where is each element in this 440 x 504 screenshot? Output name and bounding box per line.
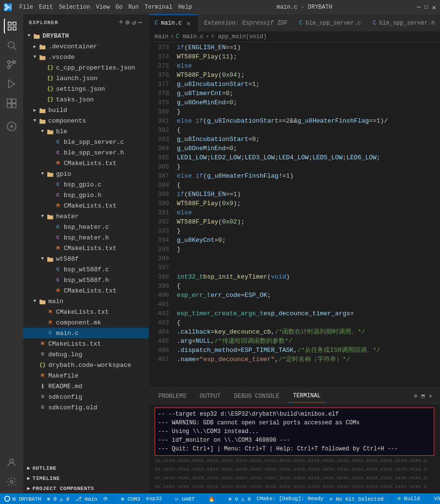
tab-close-main-c[interactable]: ✕: [185, 19, 192, 27]
svg-point-2: [8, 61, 11, 64]
sidebar-item-bsp-gpio-c[interactable]: C bsp_gpio.c: [23, 179, 149, 190]
menu-file[interactable]: File: [19, 4, 33, 11]
sidebar-item-components[interactable]: ▼ components: [23, 115, 149, 126]
status-com3[interactable]: ⊗ COM3: [121, 496, 141, 502]
activity-run-debug[interactable]: [4, 76, 19, 92]
tree-root[interactable]: ▼ DRYBATH: [23, 30, 149, 41]
tab-ble-spp-c[interactable]: C ble_spp_server.c: [293, 14, 367, 31]
menu-help[interactable]: Help: [178, 4, 192, 11]
tab-debug-console[interactable]: DEBUG CONSOLE: [228, 390, 285, 403]
sidebar-item-bsp-gpio-h[interactable]: C bsp_gpio.h: [23, 190, 149, 200]
status-build[interactable]: ≡ Build: [397, 496, 420, 502]
sidebar-item-gpio[interactable]: ▼ gpio: [23, 168, 149, 179]
sidebar-item-workspace[interactable]: {} drybath.code-workspace: [23, 360, 149, 370]
close-button[interactable]: ✕: [432, 3, 436, 12]
code-content[interactable]: if(ENGLISH_EN == 1) WT588F_Play(11); els…: [173, 42, 440, 387]
project-components-section-header[interactable]: ▶ PROJECT COMPONENTS: [23, 483, 149, 493]
activity-espressif[interactable]: [4, 119, 19, 134]
close-panel-icon[interactable]: ✕: [429, 392, 432, 400]
activity-extensions[interactable]: [4, 96, 19, 111]
new-folder-icon[interactable]: ⊕: [126, 18, 130, 27]
sidebar-item-ble-spp-c[interactable]: C ble_spp_server.c: [23, 137, 149, 147]
status-fire[interactable]: 🔥: [208, 496, 215, 502]
maximize-panel-icon[interactable]: ⬒: [422, 392, 425, 400]
tab-problems[interactable]: PROBLEMS: [153, 390, 192, 403]
sidebar-item-bsp-heater-h[interactable]: C bsp_heater.h: [23, 232, 149, 243]
activity-explorer[interactable]: [4, 18, 19, 34]
sidebar-item-readme[interactable]: ℹ README.md: [23, 381, 149, 392]
terminal-line-3: --- idf_monitor on \\.\COM3 460800 ---: [158, 436, 431, 445]
minimize-button[interactable]: ─: [417, 3, 421, 11]
sidebar-item-ble-cmake[interactable]: M CMakeLists.txt: [23, 158, 149, 168]
sidebar-item-bsp-heater-c[interactable]: C bsp_heater.c: [23, 222, 149, 232]
activity-search[interactable]: [4, 38, 19, 53]
status-uart[interactable]: ▷ UART: [175, 496, 195, 502]
sidebar-item-makefile[interactable]: M Makefile: [23, 370, 149, 381]
sidebar-item-gpio-cmake[interactable]: M CMakeLists.txt: [23, 200, 149, 211]
panel-content[interactable]: -- --target esp32 d:\ESP32\drybath\build…: [149, 405, 440, 493]
sidebar-item-ble[interactable]: ▼ ble: [23, 126, 149, 137]
sidebar-item-build[interactable]: ▶ build: [23, 105, 149, 115]
new-file-icon[interactable]: +: [119, 18, 123, 27]
timeline-section-header[interactable]: ▶ TIMELINE: [23, 473, 149, 483]
sidebar-item-devcontainer[interactable]: ▶ .devcontainer: [23, 41, 149, 52]
sidebar-item-root-cmake[interactable]: M CMakeLists.txt: [23, 338, 149, 349]
tab-terminal[interactable]: TERMINAL: [287, 390, 326, 403]
sidebar-item-heater-cmake[interactable]: M CMakeLists.txt: [23, 243, 149, 253]
svg-marker-5: [9, 80, 15, 88]
status-cmake[interactable]: CMake: [Debug]: Ready: [256, 496, 324, 502]
menu-bar: File Edit Selection View Go Run Terminal…: [19, 4, 192, 11]
maximize-button[interactable]: □: [425, 4, 428, 11]
status-remote[interactable]: ⊞ DRYBATH: [4, 495, 41, 502]
status-sync[interactable]: ⟳: [103, 496, 108, 502]
status-bar: ⊞ DRYBATH ⊗ 0 △ 0 ⎇ main ⟳ ⊗ COM3 esp32 …: [0, 493, 440, 504]
sidebar-item-component-mk[interactable]: M component.mk: [23, 317, 149, 328]
tree-label-main-cmake: CMakeLists.txt: [56, 308, 109, 316]
sidebar-item-launch[interactable]: {} launch.json: [23, 73, 149, 84]
tab-ble-spp-h[interactable]: C ble_spp_server.h: [367, 14, 440, 31]
activity-source-control[interactable]: [4, 57, 19, 72]
activity-accounts[interactable]: [4, 455, 19, 470]
outline-section-header[interactable]: ▶ OUTLINE: [23, 463, 149, 473]
tree-label-gpio: gpio: [56, 170, 71, 178]
activity-settings[interactable]: [4, 474, 19, 490]
status-vscdb[interactable]: VSC DB: [434, 496, 440, 502]
status-build-icons[interactable]: ⊗ 0 △ 0: [228, 496, 251, 502]
sidebar-item-settings[interactable]: {} settings.json: [23, 84, 149, 94]
sidebar-item-sdkconfig-old[interactable]: ≡ sdkconfig.old: [23, 402, 149, 413]
status-no-kit[interactable]: ✕ No Kit Selected: [329, 496, 383, 502]
sidebar-item-vscode[interactable]: ▼ .vscode: [23, 52, 149, 62]
sidebar-header: EXPLORER + ⊕ ↺ ⋯: [23, 14, 149, 30]
tab-main-c[interactable]: C main.c ✕: [149, 14, 198, 31]
sidebar-item-tasks[interactable]: {} tasks.json: [23, 94, 149, 105]
sidebar-item-debug-log[interactable]: ≡ debug.log: [23, 349, 149, 360]
tab-output[interactable]: OUTPUT: [194, 390, 227, 403]
menu-edit[interactable]: Edit: [39, 4, 53, 11]
status-errors[interactable]: ⊗ 0 △ 0: [47, 496, 69, 502]
sidebar-item-c-cpp[interactable]: {} c_cpp_properties.json: [23, 62, 149, 73]
sidebar-item-sdkconfig[interactable]: ≡ sdkconfig: [23, 392, 149, 402]
sidebar-item-bsp-wt588f-h[interactable]: C bsp_wt588f.h: [23, 275, 149, 285]
sidebar-item-bsp-wt588f-c[interactable]: C bsp_wt588f.c: [23, 264, 149, 275]
status-branch[interactable]: ⎇ main: [75, 496, 98, 502]
refresh-icon[interactable]: ↺: [132, 18, 136, 27]
c-file-icon4: C: [54, 266, 62, 273]
menu-run[interactable]: Run: [128, 4, 139, 11]
menu-view[interactable]: View: [96, 4, 110, 11]
sidebar-item-wt588f-cmake[interactable]: M CMakeLists.txt: [23, 285, 149, 296]
tree-label-ble-cmake: CMakeLists.txt: [64, 160, 116, 167]
split-terminal-icon[interactable]: ⊕: [414, 392, 417, 400]
sidebar-item-main-cmake[interactable]: M CMakeLists.txt: [23, 307, 149, 317]
collapse-icon[interactable]: ⋯: [139, 18, 143, 27]
status-esp32[interactable]: esp32: [146, 496, 162, 502]
sidebar-item-ble-spp-h[interactable]: C ble_spp_server.h: [23, 147, 149, 158]
menu-terminal[interactable]: Terminal: [144, 4, 172, 11]
sidebar-item-heater[interactable]: ▼ heater: [23, 211, 149, 222]
tab-extension[interactable]: Extension: Espressif IDF: [198, 14, 293, 31]
json-icon4: {}: [46, 96, 54, 103]
menu-selection[interactable]: Selection: [59, 4, 90, 11]
menu-go[interactable]: Go: [115, 4, 122, 11]
sidebar-item-main-folder[interactable]: ▼ main: [23, 296, 149, 307]
sidebar-item-wt588f[interactable]: ▼ wt588f: [23, 253, 149, 264]
sidebar-item-main-c[interactable]: C main.c: [23, 328, 149, 338]
